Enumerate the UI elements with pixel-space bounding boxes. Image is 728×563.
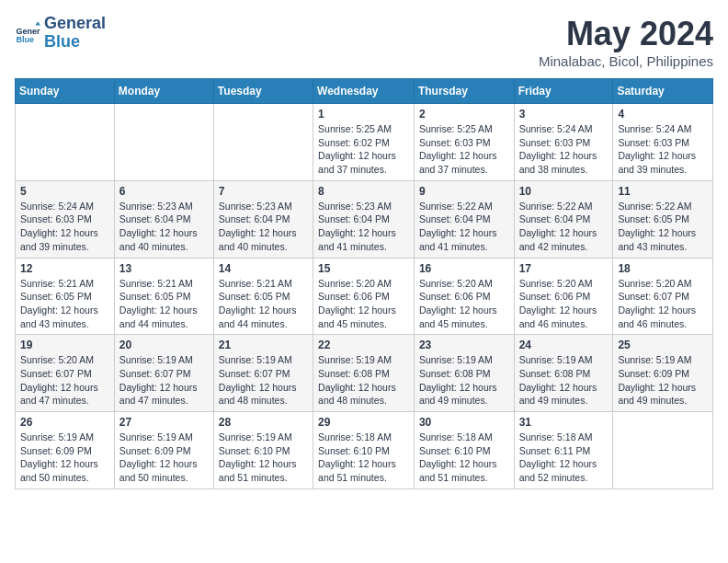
calendar-cell: 27Sunrise: 5:19 AM Sunset: 6:09 PM Dayli…: [114, 412, 213, 489]
day-info: Sunrise: 5:19 AM Sunset: 6:08 PM Dayligh…: [519, 353, 609, 408]
day-info: Sunrise: 5:19 AM Sunset: 6:07 PM Dayligh…: [119, 353, 209, 408]
calendar-cell: 29Sunrise: 5:18 AM Sunset: 6:10 PM Dayli…: [313, 412, 415, 489]
calendar-cell: 13Sunrise: 5:21 AM Sunset: 6:05 PM Dayli…: [114, 258, 213, 335]
day-number: 4: [618, 108, 708, 121]
day-info: Sunrise: 5:24 AM Sunset: 6:03 PM Dayligh…: [618, 122, 708, 177]
logo-icon: General Blue: [15, 20, 40, 46]
day-info: Sunrise: 5:19 AM Sunset: 6:09 PM Dayligh…: [618, 353, 708, 408]
calendar-cell: [613, 412, 713, 489]
header-thursday: Thursday: [414, 79, 514, 104]
day-info: Sunrise: 5:19 AM Sunset: 6:07 PM Dayligh…: [219, 353, 308, 408]
calendar-cell: 31Sunrise: 5:18 AM Sunset: 6:11 PM Dayli…: [514, 412, 613, 489]
title-block: May 2024 Minalabac, Bicol, Philippines: [539, 15, 713, 69]
calendar-title: May 2024: [539, 15, 713, 53]
svg-text:Blue: Blue: [16, 35, 34, 44]
day-number: 8: [318, 185, 409, 198]
calendar-header-row: SundayMondayTuesdayWednesdayThursdayFrid…: [16, 79, 713, 104]
header-tuesday: Tuesday: [213, 79, 313, 104]
day-number: 31: [519, 416, 609, 429]
day-number: 29: [318, 416, 409, 429]
header-saturday: Saturday: [613, 79, 713, 104]
day-number: 22: [318, 339, 409, 351]
calendar-cell: 20Sunrise: 5:19 AM Sunset: 6:07 PM Dayli…: [114, 335, 213, 412]
day-number: 27: [119, 416, 209, 429]
week-row-1: 1Sunrise: 5:25 AM Sunset: 6:02 PM Daylig…: [16, 104, 713, 181]
calendar-cell: 18Sunrise: 5:20 AM Sunset: 6:07 PM Dayli…: [613, 258, 713, 335]
day-number: 10: [519, 185, 609, 198]
calendar-body: 1Sunrise: 5:25 AM Sunset: 6:02 PM Daylig…: [16, 104, 713, 489]
svg-marker-2: [35, 21, 40, 25]
day-number: 18: [618, 262, 708, 275]
calendar-cell: 26Sunrise: 5:19 AM Sunset: 6:09 PM Dayli…: [16, 412, 115, 489]
day-number: 30: [419, 416, 509, 429]
day-info: Sunrise: 5:18 AM Sunset: 6:11 PM Dayligh…: [519, 431, 609, 485]
calendar-cell: 1Sunrise: 5:25 AM Sunset: 6:02 PM Daylig…: [313, 104, 415, 181]
calendar-cell: 16Sunrise: 5:20 AM Sunset: 6:06 PM Dayli…: [414, 258, 514, 335]
day-number: 9: [419, 185, 509, 198]
calendar-cell: 25Sunrise: 5:19 AM Sunset: 6:09 PM Dayli…: [613, 335, 713, 412]
week-row-2: 5Sunrise: 5:24 AM Sunset: 6:03 PM Daylig…: [16, 180, 713, 258]
day-info: Sunrise: 5:23 AM Sunset: 6:04 PM Dayligh…: [219, 200, 308, 254]
header-sunday: Sunday: [16, 79, 115, 104]
day-number: 24: [519, 339, 609, 351]
day-info: Sunrise: 5:20 AM Sunset: 6:07 PM Dayligh…: [618, 277, 708, 331]
calendar-cell: 10Sunrise: 5:22 AM Sunset: 6:04 PM Dayli…: [514, 180, 613, 258]
day-info: Sunrise: 5:19 AM Sunset: 6:09 PM Dayligh…: [119, 431, 209, 485]
day-info: Sunrise: 5:22 AM Sunset: 6:04 PM Dayligh…: [519, 200, 609, 254]
day-info: Sunrise: 5:22 AM Sunset: 6:04 PM Dayligh…: [419, 200, 509, 254]
day-info: Sunrise: 5:24 AM Sunset: 6:03 PM Dayligh…: [20, 200, 109, 254]
week-row-3: 12Sunrise: 5:21 AM Sunset: 6:05 PM Dayli…: [16, 258, 713, 335]
day-info: Sunrise: 5:24 AM Sunset: 6:03 PM Dayligh…: [519, 122, 609, 177]
week-row-5: 26Sunrise: 5:19 AM Sunset: 6:09 PM Dayli…: [16, 412, 713, 489]
calendar-table: SundayMondayTuesdayWednesdayThursdayFrid…: [15, 78, 713, 489]
logo-text: General Blue: [44, 15, 106, 52]
day-number: 20: [119, 339, 209, 351]
calendar-cell: 28Sunrise: 5:19 AM Sunset: 6:10 PM Dayli…: [213, 412, 313, 489]
calendar-cell: 11Sunrise: 5:22 AM Sunset: 6:05 PM Dayli…: [613, 180, 713, 258]
day-info: Sunrise: 5:23 AM Sunset: 6:04 PM Dayligh…: [318, 200, 409, 254]
calendar-cell: 12Sunrise: 5:21 AM Sunset: 6:05 PM Dayli…: [16, 258, 115, 335]
calendar-cell: 21Sunrise: 5:19 AM Sunset: 6:07 PM Dayli…: [213, 335, 313, 412]
logo: General Blue General Blue: [15, 15, 106, 52]
day-info: Sunrise: 5:20 AM Sunset: 6:06 PM Dayligh…: [519, 277, 609, 331]
day-number: 16: [419, 262, 509, 275]
day-info: Sunrise: 5:19 AM Sunset: 6:10 PM Dayligh…: [219, 431, 308, 485]
calendar-cell: 3Sunrise: 5:24 AM Sunset: 6:03 PM Daylig…: [514, 104, 613, 181]
calendar-cell: 15Sunrise: 5:20 AM Sunset: 6:06 PM Dayli…: [313, 258, 415, 335]
day-info: Sunrise: 5:21 AM Sunset: 6:05 PM Dayligh…: [20, 277, 109, 331]
day-number: 1: [318, 108, 409, 121]
calendar-cell: 24Sunrise: 5:19 AM Sunset: 6:08 PM Dayli…: [514, 335, 613, 412]
calendar-cell: 22Sunrise: 5:19 AM Sunset: 6:08 PM Dayli…: [313, 335, 415, 412]
calendar-cell: 17Sunrise: 5:20 AM Sunset: 6:06 PM Dayli…: [514, 258, 613, 335]
day-number: 19: [20, 339, 109, 351]
calendar-cell: 4Sunrise: 5:24 AM Sunset: 6:03 PM Daylig…: [613, 104, 713, 181]
day-number: 3: [519, 108, 609, 121]
day-number: 11: [618, 185, 708, 198]
day-info: Sunrise: 5:25 AM Sunset: 6:03 PM Dayligh…: [419, 122, 509, 177]
page-header: General Blue General Blue May 2024 Minal…: [15, 15, 713, 69]
day-info: Sunrise: 5:21 AM Sunset: 6:05 PM Dayligh…: [119, 277, 209, 331]
day-info: Sunrise: 5:21 AM Sunset: 6:05 PM Dayligh…: [219, 277, 308, 331]
day-number: 12: [20, 262, 109, 275]
day-number: 6: [119, 185, 209, 198]
day-info: Sunrise: 5:19 AM Sunset: 6:08 PM Dayligh…: [419, 353, 509, 408]
calendar-cell: 9Sunrise: 5:22 AM Sunset: 6:04 PM Daylig…: [414, 180, 514, 258]
calendar-cell: 2Sunrise: 5:25 AM Sunset: 6:03 PM Daylig…: [414, 104, 514, 181]
day-number: 28: [219, 416, 308, 429]
calendar-cell: [16, 104, 115, 181]
day-info: Sunrise: 5:18 AM Sunset: 6:10 PM Dayligh…: [419, 431, 509, 485]
calendar-cell: 5Sunrise: 5:24 AM Sunset: 6:03 PM Daylig…: [16, 180, 115, 258]
day-number: 17: [519, 262, 609, 275]
header-friday: Friday: [514, 79, 613, 104]
header-wednesday: Wednesday: [313, 79, 415, 104]
calendar-cell: 19Sunrise: 5:20 AM Sunset: 6:07 PM Dayli…: [16, 335, 115, 412]
calendar-subtitle: Minalabac, Bicol, Philippines: [539, 53, 713, 69]
day-number: 14: [219, 262, 308, 275]
calendar-cell: 7Sunrise: 5:23 AM Sunset: 6:04 PM Daylig…: [213, 180, 313, 258]
day-number: 7: [219, 185, 308, 198]
calendar-cell: [213, 104, 313, 181]
day-number: 26: [20, 416, 109, 429]
calendar-cell: 8Sunrise: 5:23 AM Sunset: 6:04 PM Daylig…: [313, 180, 415, 258]
calendar-cell: [114, 104, 213, 181]
day-number: 2: [419, 108, 509, 121]
